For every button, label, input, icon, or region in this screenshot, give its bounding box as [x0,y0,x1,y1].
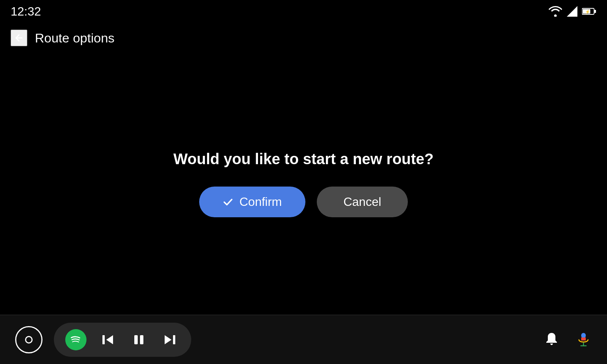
battery-icon: ⚡ [582,8,596,15]
header: Route options [0,23,607,53]
svg-text:⚡: ⚡ [585,9,590,14]
confirm-button[interactable]: Confirm [199,187,305,217]
spotify-logo [69,333,83,347]
media-pill [54,323,191,357]
status-bar: 12:32 ⚡ [0,0,607,23]
dialog-question: Would you like to start a new route? [173,151,434,168]
right-actions [543,331,592,348]
svg-rect-2 [594,10,596,13]
status-time: 12:32 [11,5,41,19]
next-track-icon [163,333,177,347]
svg-rect-11 [581,333,586,338]
svg-rect-13 [581,338,586,340]
cancel-label: Cancel [343,195,381,209]
prev-track-icon [101,333,115,347]
svg-rect-6 [102,335,105,344]
pause-button[interactable] [129,330,149,350]
media-player [54,323,543,357]
cancel-button[interactable]: Cancel [317,187,408,217]
wifi-icon [549,6,562,17]
svg-marker-0 [567,6,577,17]
prev-track-button[interactable] [98,330,118,350]
pause-icon [132,333,146,347]
checkmark-icon [223,197,233,207]
back-arrow-icon [11,30,27,46]
microphone-icon [575,331,592,348]
home-button-inner [25,336,33,344]
microphone-button[interactable] [575,331,592,348]
next-track-button[interactable] [160,330,180,350]
signal-icon [567,6,577,17]
svg-marker-5 [106,335,113,344]
svg-marker-9 [165,335,171,344]
notification-button[interactable] [543,331,560,348]
page-title: Route options [35,31,115,46]
home-button[interactable] [15,326,42,353]
status-icons: ⚡ [549,6,596,17]
svg-rect-7 [134,335,138,344]
spotify-icon[interactable] [65,329,86,350]
confirm-label: Confirm [239,195,282,209]
svg-rect-8 [140,335,143,344]
back-button[interactable] [11,30,27,46]
bell-icon [543,331,560,348]
svg-rect-10 [173,335,175,344]
dialog-buttons: Confirm Cancel [199,187,408,217]
main-content: Would you like to start a new route? Con… [0,53,607,315]
bottom-bar [0,315,607,364]
